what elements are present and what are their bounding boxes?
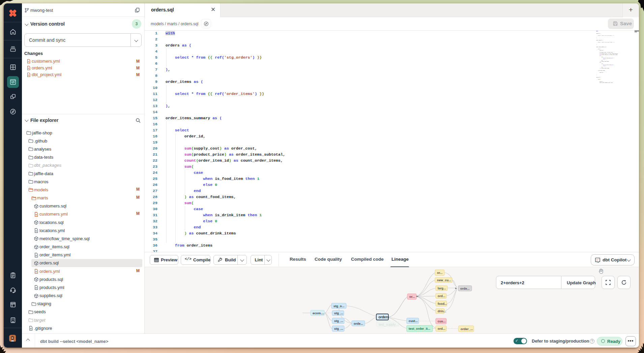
svg-text:or...: or... — [437, 271, 443, 275]
svg-text:cus...: cus... — [438, 320, 446, 323]
svg-text:food...: food... — [438, 302, 447, 306]
svg-text:larg...: larg... — [438, 287, 446, 290]
svg-text:test_order_it...: test_order_it... — [409, 327, 430, 330]
svg-text:stg_...: stg_... — [334, 312, 343, 315]
svg-text:ord...: ord... — [438, 294, 445, 298]
svg-text:orde...: orde... — [460, 287, 470, 290]
svg-text:stg_...: stg_... — [334, 327, 343, 330]
svg-text:orders: orders — [379, 315, 389, 319]
svg-text:order_...: order_... — [461, 327, 473, 331]
svg-text:orde...: orde... — [354, 322, 363, 325]
svg-text:test_supply...: test_supply... — [379, 323, 398, 326]
svg-text:stg_o...: stg_o... — [333, 304, 345, 308]
svg-text:ecom....: ecom.... — [313, 312, 324, 315]
svg-text:cust...: cust... — [409, 319, 418, 323]
svg-text:drin...: drin... — [438, 310, 446, 313]
svg-text:stg_...: stg_... — [334, 319, 343, 323]
svg-text:ord...: ord... — [438, 327, 445, 330]
svg-text:or...: or... — [409, 295, 415, 298]
svg-text:new_cu...: new_cu... — [437, 279, 451, 282]
